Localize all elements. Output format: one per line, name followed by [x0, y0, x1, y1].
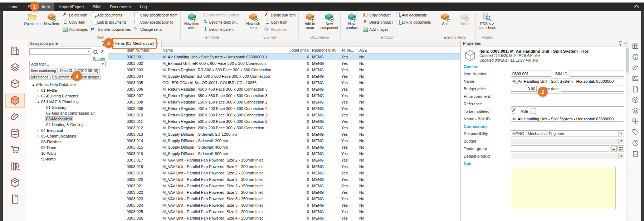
- new-sub-item-button[interactable]: New sub item: [244, 11, 263, 30]
- tool-documents-icon[interactable]: [630, 84, 640, 94]
- delete-button[interactable]: Delete: [455, 11, 474, 26]
- expand-icon[interactable]: ▷: [36, 129, 40, 132]
- search-input[interactable]: [30, 49, 86, 54]
- table-row[interactable]: 0303.004M_Supply Diffuser: SD-600 x 600 …: [108, 73, 460, 80]
- tool-attachment-icon[interactable]: [630, 63, 640, 72]
- delete-sub-item-button[interactable]: Delete sub item: [263, 11, 297, 19]
- transfer-occurrences-button[interactable]: Transfer occurrences: [90, 26, 132, 33]
- price-date-input[interactable]: [561, 86, 624, 92]
- reference-input[interactable]: [511, 101, 624, 107]
- become-parent-button[interactable]: Become parent: [202, 26, 235, 33]
- menu-item-import-export[interactable]: Import/Export: [54, 3, 88, 11]
- copy-from-button[interactable]: Copy from: [263, 19, 288, 26]
- new-product-button[interactable]: New product: [342, 11, 361, 30]
- tool-info-icon[interactable]: [630, 52, 640, 62]
- tree-item-05-communications[interactable]: ▷05-Communications: [29, 133, 106, 139]
- table-row[interactable]: 0303.008M_Return Register: 150 x 150 Fac…: [108, 99, 460, 105]
- add-filter-dropdown[interactable]: Add filter...: [29, 61, 106, 67]
- tree-item-03-mechanical[interactable]: 03-Mechanical: [29, 116, 106, 122]
- add-documents-button[interactable]: Add documents: [90, 11, 123, 19]
- add-documents-button[interactable]: Add documents: [394, 11, 428, 19]
- table-row[interactable]: 0303.003M_Return Register: RR-600 x 600 …: [108, 67, 460, 73]
- module-components-icon[interactable]: [6, 93, 24, 107]
- responsibility-select[interactable]: MENG - Mechanical Engineer: [511, 130, 624, 136]
- column-header-responsibility[interactable]: Responsibility: [311, 47, 340, 53]
- menu-item-item[interactable]: Item: [37, 3, 54, 11]
- tool-products-icon[interactable]: [630, 95, 640, 105]
- table-row[interactable]: 0303.011M_Return Register: 500 x 500 Fac…: [108, 118, 460, 125]
- tender-group-more-button[interactable]: ...: [610, 145, 617, 152]
- column-header-to-be[interactable]: To be...: [340, 47, 358, 53]
- tree-item-02-building-elements[interactable]: ▷02-Building Elements: [29, 93, 106, 99]
- tree-item-04-electrical[interactable]: ▷04-Electrical: [29, 128, 106, 133]
- add-images-button[interactable]: Add images: [62, 26, 89, 33]
- add-to-room-button[interactable]: Add to room: [301, 11, 319, 30]
- tender-group-grid-button[interactable]: [618, 145, 624, 152]
- tool-occurrences-icon[interactable]: [630, 106, 640, 115]
- collapse-icon[interactable]: ◢: [31, 83, 35, 86]
- table-row[interactable]: 0303.013M_Supply Diffuser - Sidewall: SD…: [108, 131, 460, 138]
- table-row[interactable]: 0303.024M_VAV Unit - Parallel Fan Powere…: [108, 202, 460, 208]
- table-row[interactable]: 0303.021M_VAV Unit - Parallel Fan Powere…: [108, 183, 460, 189]
- module-attachments-icon[interactable]: [6, 110, 24, 124]
- tree-item-03-hvac-plumbing[interactable]: ◢03-HVAC & Plumbing: [29, 99, 106, 105]
- table-row[interactable]: 0303.010M_Return Register: 300 x 300 Fac…: [108, 112, 460, 118]
- tool-layout-icon[interactable]: [630, 41, 640, 51]
- copy-item-button[interactable]: Copy item: [62, 19, 86, 26]
- clear-search-button[interactable]: ✗: [99, 49, 106, 55]
- table-row[interactable]: 0303.014M_Supply Diffuser - Sidewall: 20…: [108, 138, 460, 144]
- menu-item-bim[interactable]: BIM: [89, 3, 105, 11]
- table-row[interactable]: 0303.001M_Air Handling Unit - Split Syst…: [108, 54, 460, 60]
- rds-item-check-button[interactable]: RDS <-> Item check: [478, 11, 496, 30]
- menu-item-documents[interactable]: Documents: [105, 3, 135, 11]
- menu-item-home[interactable]: Home: [3, 3, 23, 11]
- budget-price-input[interactable]: [511, 86, 537, 92]
- default-product-select[interactable]: [511, 153, 624, 159]
- open-item-button[interactable]: Open item: [23, 11, 42, 26]
- chevron-down-icon[interactable]: [86, 49, 91, 54]
- table-row[interactable]: 0303.015M_Supply Diffuser - Sidewall: 40…: [108, 144, 460, 150]
- link-to-documents-button[interactable]: Link to documents: [90, 19, 127, 26]
- tree-item-02-gas-and-compressed-air[interactable]: 02-Gas and compressed air: [29, 110, 106, 116]
- table-row[interactable]: 0303.018M_VAV Unit - Parallel Fan Powere…: [108, 163, 460, 170]
- delete-product-button[interactable]: Delete product: [362, 19, 394, 26]
- module-core-data-icon[interactable]: [6, 126, 24, 140]
- delete-item-button[interactable]: Delete item: [62, 11, 88, 19]
- table-row[interactable]: 0303.017M_VAV Unit - Parallel Fan Powere…: [108, 157, 460, 163]
- new-component-button[interactable]: New component: [320, 11, 338, 30]
- note-textarea[interactable]: [511, 167, 616, 209]
- table-row[interactable]: 0303.022M_VAV Unit - Parallel Fan Powere…: [108, 189, 460, 196]
- add-button[interactable]: Add: [436, 11, 454, 26]
- tree-item-09-doors[interactable]: 09-Doors: [29, 145, 106, 150]
- new-item-button[interactable]: New item: [42, 11, 61, 26]
- tree-item-01-ff-e[interactable]: ▷01-FF&E: [29, 87, 106, 93]
- table-row[interactable]: 0303.016M_Supply Diffuser - Sidewall: 80…: [108, 150, 460, 157]
- ase-checkbox[interactable]: [531, 109, 536, 114]
- name-bim-id-input[interactable]: [511, 116, 624, 122]
- budget-select[interactable]: [511, 138, 624, 144]
- price-comment-input[interactable]: [511, 93, 624, 99]
- search-button[interactable]: [92, 49, 98, 55]
- name-input[interactable]: [511, 78, 624, 84]
- to-be-modeled-checkbox[interactable]: [511, 109, 516, 114]
- module-items-icon[interactable]: [6, 77, 24, 91]
- table-row[interactable]: 0303.002M_Exhaust Grill: ER-600 x 600 Fa…: [108, 60, 460, 67]
- column-header-budget-price[interactable]: Budget price: [290, 47, 311, 53]
- tree-item-10-walls[interactable]: 10-Walls: [29, 150, 106, 156]
- copy-specification-to-button[interactable]: Copy specification to: [133, 19, 174, 26]
- tree-item-01-sanitary[interactable]: 01-Sanitary: [29, 105, 106, 110]
- overwritten-values-button[interactable]: Overwritten values: [202, 11, 240, 19]
- module-reports-icon[interactable]: [6, 159, 24, 173]
- tool-sub-items-icon[interactable]: [630, 116, 640, 126]
- properties-button[interactable]: Properties: [263, 26, 288, 33]
- table-row[interactable]: 0303.023M_VAV Unit - Parallel Fan Powere…: [108, 196, 460, 202]
- table-row[interactable]: 0303.007M_Return Register: 350 x 350 Fac…: [108, 92, 460, 99]
- table-row[interactable]: 0303.006M_Return Register: 450 x 450 Fac…: [108, 86, 460, 92]
- tree-item-08-finishes[interactable]: 08-Finishes: [29, 139, 106, 145]
- change-serial-button[interactable]: Change serial: [133, 26, 164, 33]
- module-documents-icon[interactable]: [6, 192, 24, 206]
- tool-checklist-icon[interactable]: [630, 149, 640, 158]
- tool-history-icon[interactable]: [630, 138, 640, 148]
- tool-images-icon[interactable]: [630, 73, 640, 83]
- pin-icon[interactable]: [618, 41, 623, 46]
